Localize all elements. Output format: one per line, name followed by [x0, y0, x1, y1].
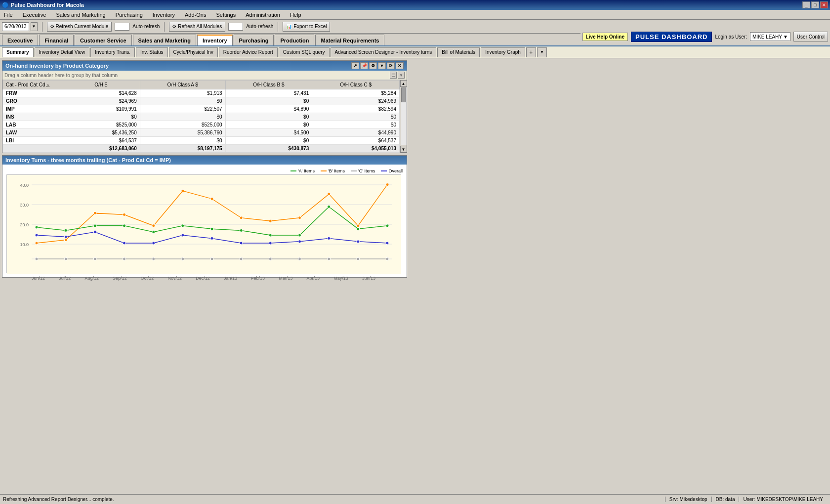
- minimize-button[interactable]: _: [802, 1, 810, 8]
- auto-refresh-label-2: Auto-refresh: [246, 24, 273, 29]
- svg-point-39: [123, 257, 126, 260]
- table-row[interactable]: GRO $24,969 $0 $0 $24,969: [3, 97, 400, 105]
- tab-executive[interactable]: Executive: [2, 35, 38, 45]
- col-class-b[interactable]: O/H Class B $: [225, 81, 312, 89]
- subtab-reorder-advice[interactable]: Reorder Advice Report: [219, 47, 278, 57]
- row-class-a: $525,000: [140, 121, 225, 129]
- user-dropdown[interactable]: MIKE LEAHY ▼: [750, 32, 790, 41]
- tab-material-requirements[interactable]: Material Requirements: [315, 35, 384, 45]
- svg-point-55: [210, 237, 213, 240]
- auto-refresh-box-1: [115, 23, 129, 31]
- menu-file[interactable]: File: [2, 11, 15, 19]
- table-row[interactable]: FRW $14,628 $1,913 $7,431 $5,284: [3, 89, 400, 97]
- total-class-a: $8,197,175: [140, 145, 225, 153]
- panel-pin-button[interactable]: 📌: [360, 62, 368, 69]
- status-bar: Refreshing Advanced Report Designer... c…: [0, 494, 830, 504]
- export-excel-button[interactable]: 📊 Export to Excel: [283, 22, 330, 32]
- subtab-bill-of-materials[interactable]: Bill of Materials: [437, 47, 480, 57]
- row-cat: FRW: [3, 89, 62, 97]
- svg-point-53: [152, 242, 155, 245]
- add-tab-button[interactable]: +: [526, 47, 536, 57]
- col-class-a[interactable]: O/H Class A $: [140, 81, 225, 89]
- chart-svg: 40.0 30.0 20.0 10.0: [7, 175, 401, 274]
- title-bar: 🔵 Pulse Dashboard for Macola _ □ ✕: [0, 0, 830, 10]
- pulse-logo: PULSE DASHBOARD: [631, 32, 712, 42]
- subtab-inv-status[interactable]: Inv. Status: [136, 47, 168, 57]
- table-row[interactable]: LAW $5,436,250 $5,386,760 $4,500 $44,990: [3, 129, 400, 137]
- menu-addons[interactable]: Add-Ons: [183, 11, 208, 19]
- chart-panel-title: Inventory Turns - three months trailing …: [5, 157, 171, 163]
- subtab-custom-sql[interactable]: Custom SQL query: [279, 47, 330, 57]
- menu-settings[interactable]: Settings: [214, 11, 238, 19]
- panel-restore-button[interactable]: ↗: [351, 62, 359, 69]
- svg-point-61: [386, 242, 389, 245]
- subtab-inventory-trans[interactable]: Inventory Trans.: [90, 47, 135, 57]
- tab-production[interactable]: Production: [275, 35, 314, 45]
- col-cat[interactable]: Cat - Prod Cat Cd △: [3, 81, 62, 89]
- svg-text:40.0: 40.0: [20, 183, 29, 188]
- auto-refresh-label-1: Auto-refresh: [132, 24, 160, 29]
- col-oh[interactable]: O/H $: [62, 81, 140, 89]
- svg-point-27: [152, 231, 155, 234]
- panel-filter-button[interactable]: ▼: [378, 62, 386, 69]
- separator-3: [278, 22, 278, 32]
- subtab-cycle-physical[interactable]: Cycle/Physical Inv: [169, 47, 218, 57]
- live-help-button[interactable]: Live Help Online: [582, 33, 628, 41]
- row-class-a: $0: [140, 97, 225, 105]
- col-class-c[interactable]: O/H Class C $: [312, 81, 400, 89]
- tab-scroll-button[interactable]: ▼: [537, 47, 547, 57]
- menu-sales-marketing[interactable]: Sales and Marketing: [54, 11, 107, 19]
- panel-close-button[interactable]: ✕: [396, 62, 404, 69]
- grid-view-button[interactable]: ☰: [390, 72, 397, 79]
- sub-tabs: Summary Inventory Detail View Inventory …: [0, 46, 830, 58]
- grid-options-button[interactable]: ▼: [398, 72, 405, 79]
- table-row[interactable]: IMP $109,991 $22,507 $4,890 $82,594: [3, 105, 400, 113]
- status-db: DB: data: [711, 497, 739, 502]
- panel-settings-button[interactable]: ⚙: [369, 62, 377, 69]
- svg-text:10.0: 10.0: [20, 242, 29, 247]
- svg-point-47: [357, 257, 360, 260]
- panel-refresh-button[interactable]: ⟳: [387, 62, 395, 69]
- app-icon: 🔵: [2, 2, 9, 8]
- tab-purchasing[interactable]: Purchasing: [234, 35, 274, 45]
- tab-sales-marketing[interactable]: Sales and Marketing: [133, 35, 196, 45]
- legend-a-label: 'A' Items: [298, 168, 315, 173]
- svg-point-21: [357, 224, 360, 227]
- menu-executive[interactable]: Executive: [21, 11, 48, 19]
- scroll-down-button[interactable]: ▼: [400, 146, 407, 153]
- user-control-button[interactable]: User Control: [793, 32, 828, 42]
- scroll-thumb[interactable]: [401, 87, 406, 102]
- menu-purchasing[interactable]: Purchasing: [114, 11, 145, 19]
- menu-administration[interactable]: Administration: [244, 11, 282, 19]
- close-button[interactable]: ✕: [820, 1, 828, 8]
- inventory-table: Cat - Prod Cat Cd △ O/H $ O/H Class A $ …: [2, 80, 400, 153]
- table-row[interactable]: LAB $525,000 $525,000 $0 $0: [3, 121, 400, 129]
- subtab-inventory-graph[interactable]: Inventory Graph: [481, 47, 525, 57]
- refresh-current-button[interactable]: ⟳ Refresh Current Module: [47, 22, 112, 32]
- tab-inventory[interactable]: Inventory: [197, 35, 233, 45]
- vertical-scrollbar[interactable]: ▲ ▼: [400, 80, 407, 153]
- table-row[interactable]: LBI $64,537 $0 $0 $64,537: [3, 137, 400, 145]
- svg-point-35: [386, 224, 389, 227]
- svg-point-57: [269, 242, 272, 245]
- maximize-button[interactable]: □: [811, 1, 819, 8]
- scroll-track[interactable]: [401, 87, 407, 145]
- row-oh: $64,537: [62, 137, 140, 145]
- subtab-summary[interactable]: Summary: [2, 47, 34, 57]
- subtab-advanced-screen[interactable]: Advanced Screen Designer - Inventory tur…: [331, 47, 437, 57]
- scroll-up-button[interactable]: ▲: [400, 80, 407, 87]
- row-cat: LAW: [3, 129, 62, 137]
- date-dropdown[interactable]: ▼: [31, 22, 38, 31]
- table-row[interactable]: INS $0 $0 $0 $0: [3, 113, 400, 121]
- subtab-inventory-detail[interactable]: Inventory Detail View: [35, 47, 90, 57]
- total-oh: $12,683,060: [62, 145, 140, 153]
- tab-financial[interactable]: Financial: [39, 35, 74, 45]
- menu-help[interactable]: Help: [288, 11, 303, 19]
- svg-point-10: [35, 242, 38, 245]
- refresh-all-button[interactable]: ⟳ Refresh All Modules: [169, 22, 225, 32]
- row-oh: $0: [62, 113, 140, 121]
- total-class-b: $430,873: [225, 145, 312, 153]
- menu-inventory[interactable]: Inventory: [151, 11, 177, 19]
- tab-customer-service[interactable]: Customer Service: [75, 35, 132, 45]
- export-icon: 📊: [286, 24, 292, 29]
